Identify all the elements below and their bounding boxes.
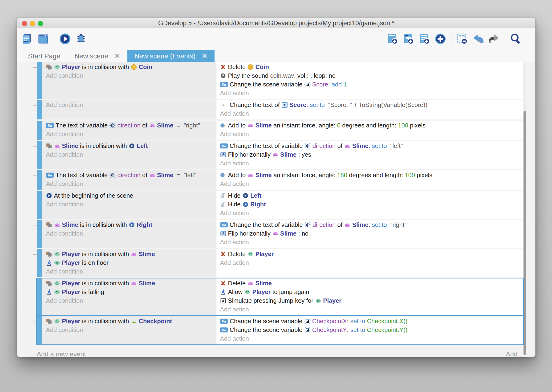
add-event-button[interactable]	[386, 32, 399, 46]
add-condition-button[interactable]: Add condition	[46, 200, 216, 209]
event-handle[interactable]	[37, 121, 42, 140]
actions-cell[interactable]: VarChange the scene variable CheckpointX…	[216, 316, 523, 344]
condition-line[interactable]: Player is in collision with Slime	[46, 250, 216, 259]
action-line[interactable]: Allow Player to jump again	[220, 288, 523, 296]
action-line[interactable]: Add to Slime an instant force, angle: 18…	[220, 171, 523, 180]
event-handle[interactable]	[37, 279, 42, 315]
action-line[interactable]: ASimulate pressing Jump key for Player	[220, 296, 523, 305]
event-row[interactable]: At the beginning of the sceneAdd conditi…	[37, 191, 523, 219]
add-condition-button[interactable]: Add condition	[46, 150, 216, 159]
actions-cell[interactable]: Delete PlayerAdd action	[216, 249, 523, 277]
condition-line[interactable]: Player is on floor	[46, 259, 216, 267]
condition-line[interactable]: Player is in collision with Slime	[46, 279, 216, 288]
event-row[interactable]: Player is in collision with CheckpointAd…	[37, 316, 523, 344]
add-comment-button[interactable]	[418, 32, 431, 46]
minimize-button[interactable]	[30, 21, 35, 26]
title-bar[interactable]: GDevelop 5 - /Users/david/Documents/GDev…	[17, 18, 535, 28]
add-condition-button[interactable]: Add condition	[46, 296, 216, 305]
add-action-button[interactable]: Add action	[220, 159, 523, 168]
event-row[interactable]: Add conditiontxtChange the text of TxSco…	[37, 100, 523, 119]
conditions-cell[interactable]: VarThe text of variable direction of Sli…	[42, 170, 216, 190]
close-tab-icon[interactable]: ✕	[114, 53, 120, 60]
add-action-button[interactable]: Add action	[220, 305, 523, 314]
event-row[interactable]: Player is in collision with SlimePlayer …	[37, 249, 523, 277]
condition-line[interactable]: At the beginning of the scene	[46, 191, 216, 200]
conditions-cell[interactable]: At the beginning of the sceneAdd conditi…	[42, 191, 216, 219]
conditions-cell[interactable]: Player is in collision with SlimePlayer …	[42, 249, 216, 277]
condition-line[interactable]: Player is in collision with Checkpoint	[46, 317, 216, 326]
condition-line[interactable]: VarThe text of variable direction of Sli…	[46, 171, 216, 180]
action-line[interactable]: Flip horizontally Slime : no	[220, 229, 523, 238]
tab-new-scene[interactable]: New scene ✕	[67, 50, 127, 62]
project-manager-button[interactable]	[21, 32, 34, 46]
action-line[interactable]: Hide Right	[220, 200, 523, 209]
condition-line[interactable]: Player is falling	[46, 288, 216, 296]
event-handle[interactable]	[37, 170, 42, 190]
action-line[interactable]: Delete Player	[220, 250, 523, 259]
event-row[interactable]: VarThe text of variable direction of Sli…	[37, 121, 523, 140]
condition-line[interactable]: Slime is in collision with Left	[46, 142, 216, 150]
event-handle[interactable]	[37, 249, 42, 277]
event-handle[interactable]	[37, 316, 42, 344]
add-condition-button[interactable]: Add condition	[46, 130, 216, 139]
action-line[interactable]: Delete Slime	[220, 279, 523, 288]
add-new-button[interactable]	[434, 32, 447, 46]
action-line[interactable]: VarChange the text of variable direction…	[220, 142, 523, 150]
event-row[interactable]: Slime is in collision with LeftAdd condi…	[37, 141, 523, 169]
actions-cell[interactable]: Delete SlimeAllow Player to jump againAS…	[216, 279, 523, 315]
event-handle[interactable]	[37, 100, 42, 119]
add-action-button[interactable]: Add action	[220, 130, 523, 139]
tab-start-page[interactable]: Start Page	[21, 50, 67, 62]
actions-cell[interactable]: txtChange the text of TxScore: set to "S…	[216, 100, 523, 119]
scrollbar-thumb[interactable]	[524, 111, 526, 355]
action-line[interactable]: Play the sound coin.wav, vol.: , loop: n…	[220, 71, 523, 80]
add-action-button[interactable]: Add action	[220, 180, 523, 188]
add-action-button[interactable]: Add action	[220, 259, 523, 267]
play-button[interactable]	[59, 32, 71, 46]
conditions-cell[interactable]: Slime is in collision with LeftAdd condi…	[42, 141, 216, 169]
close-button[interactable]	[22, 21, 27, 26]
debug-button[interactable]	[75, 32, 87, 46]
actions-cell[interactable]: VarChange the text of variable direction…	[216, 141, 523, 169]
conditions-cell[interactable]: Player is in collision with CheckpointAd…	[42, 316, 216, 344]
search-button[interactable]	[509, 32, 522, 46]
action-line[interactable]: VarChange the text of variable direction…	[220, 221, 523, 229]
actions-cell[interactable]: Delete CoinPlay the sound coin.wav, vol.…	[216, 62, 523, 99]
action-line[interactable]: VarChange the scene variable CheckpointY…	[220, 326, 523, 334]
add-action-button[interactable]: Add action	[220, 89, 523, 98]
conditions-cell[interactable]: VarThe text of variable direction of Sli…	[42, 121, 216, 140]
action-line[interactable]: Flip horizontally Slime : yes	[220, 150, 523, 159]
add-condition-button[interactable]: Add condition	[46, 180, 216, 188]
actions-cell[interactable]: VarChange the text of variable direction…	[216, 220, 523, 248]
conditions-cell[interactable]: Add condition	[42, 100, 216, 119]
undo-button[interactable]	[472, 32, 484, 46]
event-row[interactable]: Slime is in collision with RightAdd cond…	[37, 220, 523, 248]
add-action-button[interactable]: Add action	[220, 209, 523, 217]
add-condition-button[interactable]: Add condition	[46, 267, 216, 276]
action-line[interactable]: Delete Coin	[220, 63, 523, 71]
event-handle[interactable]	[37, 191, 42, 219]
condition-line[interactable]: Slime is in collision with Right	[46, 221, 216, 229]
condition-line[interactable]: Player is in collision with Coin	[46, 63, 216, 71]
actions-cell[interactable]: Add to Slime an instant force, angle: 18…	[216, 170, 523, 190]
add-action-button[interactable]: Add action	[220, 334, 523, 343]
close-tab-icon[interactable]: ✕	[202, 53, 207, 60]
event-row[interactable]: Player is in collision with CoinAdd cond…	[37, 62, 523, 99]
event-row[interactable]: VarThe text of variable direction of Sli…	[37, 170, 523, 190]
add-action-button[interactable]: Add action	[220, 238, 523, 247]
conditions-cell[interactable]: Player is in collision with SlimePlayer …	[42, 279, 216, 315]
scene-editor-button[interactable]	[37, 32, 50, 46]
event-handle[interactable]	[37, 141, 42, 169]
action-line[interactable]: Hide Left	[220, 191, 523, 200]
add-condition-button[interactable]: Add condition	[46, 101, 216, 109]
add-new-event-button[interactable]: Add a new event	[37, 350, 86, 357]
add-more-button[interactable]: Add...	[506, 350, 523, 357]
action-line[interactable]: Add to Slime an instant force, angle: 0 …	[220, 121, 523, 130]
zoom-button[interactable]	[38, 21, 43, 26]
remove-event-button[interactable]	[456, 32, 468, 46]
redo-button[interactable]	[488, 32, 500, 46]
event-handle[interactable]	[37, 220, 42, 248]
condition-line[interactable]: VarThe text of variable direction of Sli…	[46, 121, 216, 130]
event-row[interactable]: Player is in collision with SlimePlayer …	[37, 279, 523, 315]
actions-cell[interactable]: Hide LeftHide RightAdd action	[216, 191, 523, 219]
